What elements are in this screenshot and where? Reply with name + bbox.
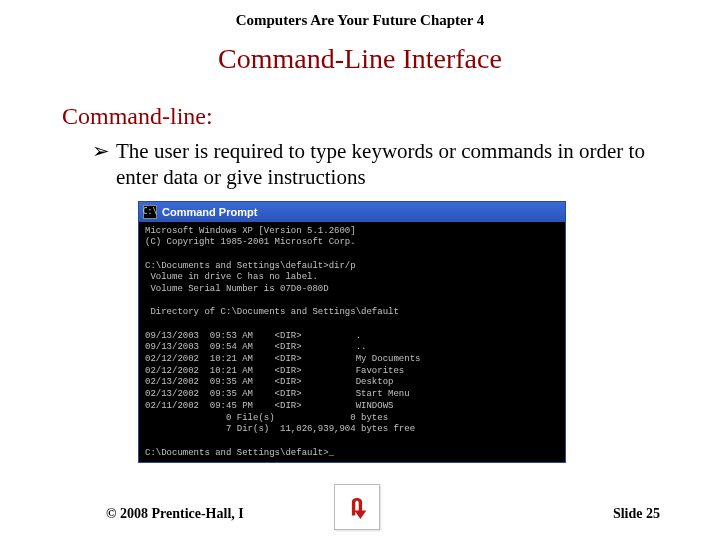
bullet-list: ➢ The user is required to type keywords … (0, 130, 720, 191)
command-prompt-titlebar: C:\ Command Prompt (139, 202, 565, 222)
chapter-header: Computers Are Your Future Chapter 4 (0, 0, 720, 29)
copyright-text: © 2008 Prentice-Hall, I (106, 506, 244, 522)
section-heading: Command-line: (0, 75, 720, 130)
command-prompt-icon: C:\ (143, 205, 157, 219)
command-prompt-body: Microsoft Windows XP [Version 5.1.2600] … (139, 222, 565, 462)
command-prompt-window: C:\ Command Prompt Microsoft Windows XP … (138, 201, 566, 463)
bullet-text: The user is required to type keywords or… (116, 138, 664, 191)
bullet-glyph-icon: ➢ (92, 138, 110, 191)
bullet-item: ➢ The user is required to type keywords … (92, 138, 664, 191)
slide-title: Command-Line Interface (0, 29, 720, 75)
command-prompt-title: Command Prompt (162, 206, 257, 218)
slide-number: Slide 25 (613, 506, 660, 522)
slide-footer: © 2008 Prentice-Hall, I Slide 25 (0, 506, 720, 522)
